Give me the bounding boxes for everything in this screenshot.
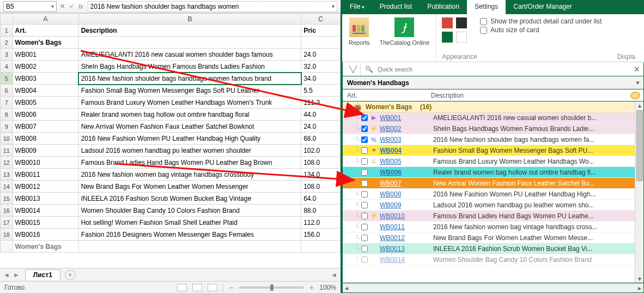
product-row[interactable]: └✶WB004Fashion Small Bag Women Messenger… [343, 145, 643, 156]
cell[interactable]: 108.0 [301, 157, 341, 169]
row-header[interactable]: 11 [1, 145, 13, 157]
row-header[interactable]: 18 [1, 229, 13, 241]
cell[interactable] [301, 241, 341, 253]
swatch-green[interactable] [442, 32, 453, 43]
row-header[interactable]: 5 [1, 73, 13, 85]
swatch-black[interactable] [456, 17, 467, 28]
product-checkbox[interactable] [361, 256, 368, 263]
row-header[interactable]: 3 [1, 49, 13, 61]
sheet-tab-1[interactable]: Лист1 [25, 270, 60, 280]
horizontal-scrollbar[interactable]: ◂▸ [342, 283, 644, 293]
view-pagebreak-button[interactable] [208, 284, 217, 291]
expand-toggle-icon[interactable]: ╲╱ [346, 62, 361, 76]
product-checkbox[interactable] [361, 202, 368, 208]
product-art-link[interactable]: WB009 [380, 201, 401, 209]
cell[interactable]: SheIn Bags Handbags Women Famous Brands … [78, 61, 301, 73]
cell[interactable]: WB004 [13, 85, 78, 97]
spreadsheet-grid[interactable]: A B C 1 Art. Description Pric 2 Women's … [0, 13, 341, 253]
cell[interactable]: Pric [301, 25, 341, 37]
product-row[interactable]: └WB009Ladsoul 2016 women handbag pu leat… [343, 200, 643, 211]
cell[interactable] [301, 37, 341, 49]
row-header[interactable] [1, 241, 13, 253]
product-row[interactable]: └WB006Realer brand women bag hollow out … [343, 167, 643, 178]
formula-input[interactable]: 2016 New fashion shoulder bags handbags … [88, 1, 337, 12]
fx-confirm-icon[interactable]: ✓ [69, 3, 74, 10]
cell[interactable]: 134.0 [301, 169, 341, 181]
cell[interactable]: Fashion 2016 Designers Women Messenger B… [78, 229, 301, 241]
row-header[interactable]: 8 [1, 109, 13, 121]
row-header[interactable]: 4 [1, 61, 13, 73]
cell[interactable]: Hot selling! Women Fashion Small Shell L… [78, 217, 301, 229]
row-header[interactable]: 7 [1, 97, 13, 109]
fx-cancel-icon[interactable]: ✕ [60, 3, 65, 10]
zoom-in-button[interactable]: + [309, 283, 314, 292]
product-row[interactable]: └▶WB001AMELIEGALANTI 2016 new casual wom… [343, 112, 643, 123]
cell[interactable]: Ladsoul 2016 women handbag pu leather wo… [78, 145, 301, 157]
cell[interactable]: WB007 [13, 121, 78, 133]
product-checkbox[interactable] [361, 158, 368, 165]
cell[interactable]: 88.0 [301, 205, 341, 217]
cell[interactable]: 44.0 [301, 109, 341, 121]
cell[interactable] [78, 241, 301, 253]
product-checkbox[interactable] [361, 115, 368, 121]
swatch-white[interactable] [456, 32, 467, 43]
product-checkbox[interactable] [361, 213, 368, 219]
cell[interactable]: WB0013 [13, 193, 78, 205]
row-header[interactable]: 15 [1, 193, 13, 205]
product-row[interactable]: └WB0014Women Shoulder Bag Candy 10 Color… [343, 254, 643, 265]
product-row[interactable]: └⚡WB002SheIn Bags Handbags Women Famous … [343, 123, 643, 134]
select-all-cell[interactable] [1, 14, 13, 25]
product-checkbox[interactable] [361, 169, 368, 176]
cell[interactable]: 2016 New fashion women bag vintage handb… [78, 169, 301, 181]
product-art-link[interactable]: WB006 [380, 169, 402, 176]
product-art-link[interactable]: WB0011 [380, 223, 405, 231]
cell[interactable]: Famous Brand Luxury Women Leather Handba… [78, 97, 301, 109]
name-box[interactable]: B5 [3, 1, 57, 12]
product-checkbox[interactable] [361, 180, 368, 187]
cell[interactable]: 108.0 [301, 181, 341, 193]
row-header[interactable]: 6 [1, 85, 13, 97]
product-row[interactable]: └⚠WB005Famous Brand Luxury Women Leather… [343, 156, 643, 167]
cell[interactable]: WB0015 [13, 217, 78, 229]
add-sheet-button[interactable]: + [65, 270, 76, 280]
thecatalog-button[interactable]: Ɉ TheCatalog.Online [380, 17, 430, 46]
clear-search-icon[interactable]: ✕ [634, 65, 640, 74]
product-art-link[interactable]: WB0013 [380, 245, 405, 253]
product-row[interactable]: └WB00112016 New fashion women bag vintag… [343, 222, 643, 232]
cell[interactable]: New Arrival Women Fashion Faux Leather S… [78, 121, 301, 133]
view-normal-button[interactable] [177, 284, 187, 291]
cell[interactable]: Description [78, 25, 301, 37]
product-row[interactable]: └WB0013INLEELA 2016 Fashion Scrub Women … [343, 243, 643, 254]
product-checkbox[interactable] [361, 147, 368, 154]
product-row[interactable]: └WB007New Arrival Women Fashion Faux Lea… [343, 178, 643, 189]
zoom-value[interactable]: 100% [319, 284, 336, 291]
product-art-link[interactable]: WB008 [380, 190, 401, 198]
col-header-A[interactable]: A [13, 14, 78, 25]
tab-prev-icon[interactable]: ◄ [3, 271, 10, 279]
row-header[interactable]: 9 [1, 121, 13, 133]
product-checkbox[interactable] [361, 191, 368, 198]
cell[interactable]: 24.0 [301, 49, 341, 61]
cell[interactable]: 24.0 [301, 121, 341, 133]
cell[interactable]: WB0010 [13, 157, 78, 169]
col-desc-header[interactable]: Description [431, 92, 630, 99]
cell[interactable]: WB008 [13, 133, 78, 145]
swatch-red[interactable] [442, 17, 453, 28]
cell[interactable]: Women Shoulder Bag Candy 10 Colors Fashi… [78, 205, 301, 217]
row-header[interactable]: 14 [1, 181, 13, 193]
col-header-C[interactable]: C [301, 14, 341, 25]
row-header[interactable]: 1 [1, 25, 13, 37]
cell[interactable]: 34.0 [301, 73, 341, 85]
category-dropdown[interactable]: Women's Handbags [342, 76, 644, 89]
col-art-header[interactable]: Art. [343, 92, 431, 99]
cell[interactable]: WB006 [13, 109, 78, 121]
cell[interactable]: WB003 [13, 73, 78, 85]
cell[interactable]: Women's Bags [13, 37, 78, 49]
product-row[interactable]: └WB0082016 New Fashion Women PU Leather … [343, 189, 643, 200]
row-header[interactable]: 13 [1, 169, 13, 181]
cell[interactable]: WB009 [13, 145, 78, 157]
product-checkbox[interactable] [361, 235, 368, 241]
cell[interactable]: Fashion Small Bag Women Messenger Bags S… [78, 85, 301, 97]
cell[interactable]: 112.0 [301, 217, 341, 229]
cell[interactable]: WB002 [13, 61, 78, 73]
